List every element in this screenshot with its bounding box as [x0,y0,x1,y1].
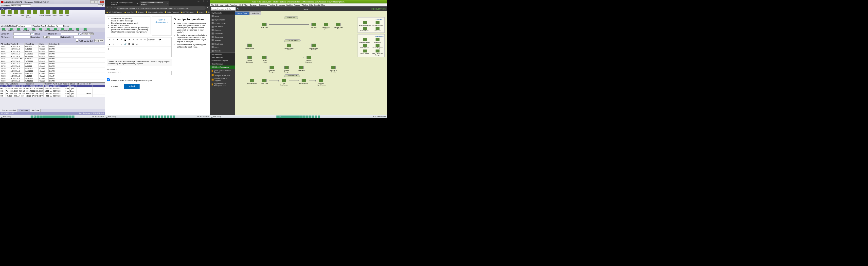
sidebar-reports[interactable]: Reports [210,49,235,53]
banking-item[interactable]: Record Deposits [359,38,371,43]
ul-icon[interactable]: • [108,43,111,46]
module-home[interactable]: Home [0,28,7,32]
detail-grid-body[interactable]: 001AL.010H.125 X 48 X 1446061-T6511 SH .… [0,85,105,97]
sales-orders[interactable]: Sales Orders [245,43,254,49]
refresh-button[interactable]: ⟳ [113,6,116,10]
search-icon[interactable]: 🔍 [237,8,239,10]
taskbar-apps[interactable]: 🔍 [276,115,320,118]
menu-reports[interactable]: Reports [294,4,300,6]
bookmark[interactable]: ⭐ History [135,11,144,13]
bookmark[interactable]: ⭐ UPS Rewards [181,11,194,13]
module-portal[interactable]: Portal [15,28,22,32]
favorites-select[interactable] [41,25,63,27]
po-row[interactable]: 46567ACMETALS6/8/2022ClosedDAWN [0,50,105,53]
promo-item[interactable]: Order Checks & Supplies [210,77,235,82]
maximize-button[interactable]: □ [201,0,206,3]
statement-charges[interactable]: Statement Charges [267,66,277,73]
sidebar2-item[interactable]: Open Windows [210,62,235,66]
table-icon[interactable]: ▦ [131,43,135,46]
promo-item[interactable]: Accept Credit Cards [210,74,235,77]
banking-item[interactable]: Write Checks [359,44,371,48]
align-right-icon[interactable]: ≡ [143,38,147,41]
notify-vendor-checkbox[interactable] [75,39,79,42]
ribbon-Back[interactable]: Back [0,10,6,24]
menu-employees[interactable]: Employees [276,4,285,6]
ribbon-Setup[interactable]: Setup [51,10,58,24]
po-row[interactable]: 46555ACMETALS6/3/2022ClosedDAWN [0,48,105,50]
menu-view[interactable]: View [220,4,223,6]
clock[interactable]: 9:41 AM 2/27/2023 [92,116,104,118]
enter-time[interactable]: Enter Time [259,79,269,84]
sidebar-income-tracker[interactable]: Income Tracker [210,22,235,25]
underline-icon[interactable]: U [124,38,127,41]
finance-charges[interactable]: Finance Charges [282,66,291,73]
vendor-id-input[interactable] [13,33,31,35]
cmd-close-button[interactable]: × [101,4,104,7]
company-item[interactable]: Calendar [372,27,383,32]
module-close[interactable]: Close [82,28,89,32]
close-button[interactable]: × [206,0,210,3]
po-row[interactable]: 46621JORGENSENS6/29/2022ClosedDAWN [0,58,105,60]
ribbon-Auto Number[interactable]: Auto Number [26,10,32,24]
start-discussion-cta[interactable]: Start a discussion > [152,16,172,36]
bookmark[interactable]: ⭐ Hahn Financial [164,11,179,13]
editor-body[interactable]: | [107,47,172,57]
back-button[interactable]: ← [106,6,110,10]
bottom-tab[interactable]: Time Variance Edit [0,109,18,112]
indent-icon[interactable]: ⇥ [120,43,123,46]
bookmark[interactable]: ⭐ Other bookmarks [206,11,210,13]
accept-cc[interactable]: Accept Credit Cards [284,43,294,51]
italic-icon[interactable]: I [120,38,123,41]
bold-icon[interactable]: B [116,38,119,41]
module-shopstats[interactable]: ShopStats [59,28,67,32]
module-dashboards[interactable]: Dashboards [67,28,74,32]
refunds[interactable]: Refunds & Credits [329,66,338,73]
sidebar2-item[interactable]: Run Favorite Reports [210,59,235,62]
menu-banking[interactable]: Banking [286,4,292,6]
menu-lists[interactable]: Lists [225,4,228,6]
align-center-icon[interactable]: ≡ [139,38,143,41]
quotes[interactable]: Quotes (Estimates) [245,56,254,63]
taskbar-apps[interactable]: 🔍 [31,115,74,118]
menu-edit[interactable]: Edit [215,4,218,6]
company-item[interactable]: Order Checks [359,27,371,32]
detail-row[interactable]: 002AL.06SH .125 X 48 X 1445052-H32 ALUM … [0,88,105,90]
clock[interactable]: 9:41 AM 2/27/2023 [373,116,386,118]
redo-icon[interactable]: ↷ [112,38,115,41]
products-select[interactable]: - Select One - ▾ [107,71,172,75]
search-icon[interactable]: 🔍 [79,33,82,35]
po-row[interactable]: 46770ACMETALS8/15/2022ClosedDAWN [0,67,105,70]
custom-fields-button[interactable]: Custom Fields [82,33,94,35]
search-input[interactable] [211,7,236,10]
sidebar-customers[interactable]: Customers [210,35,235,39]
view-label[interactable]: View [1,25,5,27]
image-icon[interactable]: 🖼 [127,43,131,46]
po-row[interactable]: 46869ACMETALS9/23/2022ClosedDAWN [0,80,105,82]
bookmark[interactable]: ⭐ ND Child Support [106,11,122,13]
po-grid-body[interactable]: 46537ACMETALS6/2/2022ClosedDAWN46555ACME… [0,45,105,82]
sidebar-bill-tracker[interactable]: Bill Tracker [210,25,235,28]
cmd-hide-button[interactable]: □ [98,4,101,7]
sidebar-snapshots[interactable]: Snapshots [210,32,235,35]
close-tab-icon[interactable]: × [166,2,168,5]
receive-payments[interactable]: Receive Payments [304,56,314,63]
bottom-tab[interactable]: Job Entry [30,109,41,112]
banking-item[interactable]: Reconcile [372,38,383,43]
ribbon-Export[interactable]: Export [38,10,45,24]
menu-help[interactable]: Help [309,4,313,6]
banking-item[interactable]: Enter Credit Card Charges [372,49,383,56]
ribbon-Print[interactable]: Print [64,10,70,24]
code-icon[interactable]: </> [135,43,139,46]
weather-widget[interactable]: ☁ 30°F Cloudy [211,116,221,118]
tab-insights[interactable]: Insights [250,11,261,15]
payroll-center[interactable]: Payroll Center [247,79,257,84]
see-funding[interactable]: See funding options [321,23,331,30]
menu-file[interactable]: File [211,4,214,6]
bookmark[interactable]: ⭐ Discovery Benefits [146,11,162,13]
detail-row[interactable]: 004HR.01SH .063 X 48 X 144A36 22 GA X 48… [0,92,105,95]
po-number-input[interactable] [13,36,31,38]
pay-liabilities[interactable]: Pay Liabilities [299,79,309,84]
minimize-button[interactable]: — [196,0,201,3]
sidebar-home[interactable]: Home [210,14,235,18]
tab-home[interactable]: Home Page [235,11,250,15]
